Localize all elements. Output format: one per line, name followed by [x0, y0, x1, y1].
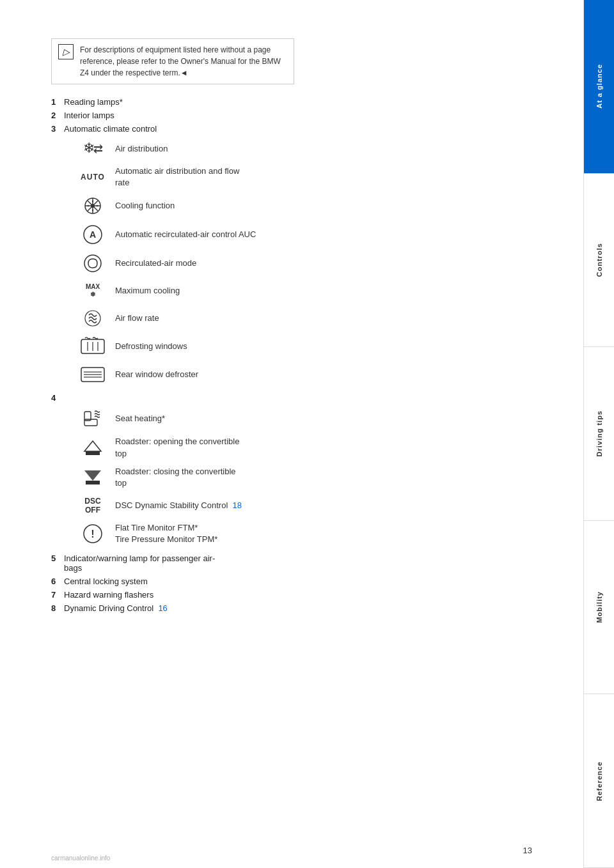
svg-point-9: [92, 210, 93, 211]
label-airflow: Air flow rate: [115, 313, 159, 324]
icon-row-cooling: Cooling function: [70, 195, 545, 217]
svg-point-14: [84, 255, 101, 272]
icon-airflow: [70, 307, 115, 329]
sidebar-label-reference: Reference: [595, 761, 603, 801]
icon-recirculated: [70, 252, 115, 274]
label-seat-heating: Seat heating*: [115, 413, 165, 424]
icon-max-cooling: MAX❄: [70, 283, 115, 298]
item-label-8: Dynamic Driving Control 16: [64, 603, 168, 613]
sidebar-label-driving-tips: Driving tips: [595, 410, 603, 457]
list-item-8: 8 Dynamic Driving Control 16: [51, 603, 545, 613]
notice-icon: ▷: [58, 44, 74, 59]
svg-point-11: [97, 205, 98, 206]
icon-row-max-cooling: MAX❄ Maximum cooling: [70, 281, 545, 301]
item-label-7: Hazard warning flashers: [64, 590, 154, 600]
list-item-5: 5 Indicator/warning lamp for passenger a…: [51, 554, 545, 573]
svg-point-10: [88, 205, 89, 206]
list-item-3: 3 Automatic climate control: [51, 124, 545, 134]
item-label-5: Indicator/warning lamp for passenger air…: [64, 554, 215, 573]
icon-row-auto: AUTO Automatic air distribution and flow…: [70, 166, 545, 189]
icon-air-distribution: ❄ ⇄: [70, 139, 115, 159]
icon-row-defrost-rear: Rear window defroster: [70, 364, 545, 385]
list-item-4: 4: [51, 393, 545, 403]
icon-row-dsc: DSCOFF DSC Dynamic Stability Control 18: [70, 495, 545, 516]
icon-row-ftm: ! Flat Tire Monitor FTM*Tire Pressure Mo…: [70, 522, 545, 545]
icon-row-auc: A Automatic recirculated-air control AUC: [70, 223, 545, 246]
label-auto: Automatic air distribution and flowrate: [115, 166, 239, 189]
label-close-top: Roadster: closing the convertibletop: [115, 466, 236, 489]
label-defrost-front: Defrosting windows: [115, 341, 187, 352]
svg-text:A: A: [90, 229, 96, 240]
icon-ftm: !: [70, 522, 115, 545]
climate-icon-list: ❄ ⇄ Air distribution AUTO Automatic air …: [70, 139, 545, 385]
icon-auto: AUTO: [70, 173, 115, 182]
icon-defrost-rear: [70, 364, 115, 385]
sidebar-section-driving-tips[interactable]: Driving tips: [584, 347, 614, 521]
label-ftm: Flat Tire Monitor FTM*Tire Pressure Moni…: [115, 522, 217, 545]
label-cooling: Cooling function: [115, 200, 175, 212]
sidebar-label-at-a-glance: At a glance: [595, 64, 603, 109]
main-content: ▷ For descriptions of equipment listed h…: [0, 0, 583, 868]
label-dsc: DSC Dynamic Stability Control 18: [115, 500, 242, 511]
sidebar: At a glance Controls Driving tips Mobili…: [583, 0, 614, 868]
icon-auc: A: [70, 223, 115, 246]
list-item-1: 1 Reading lamps*: [51, 97, 545, 107]
sidebar-section-controls[interactable]: Controls: [584, 174, 614, 348]
svg-text:!: !: [91, 529, 94, 539]
svg-text:⇄: ⇄: [93, 143, 103, 155]
page-number: 13: [523, 846, 532, 855]
icon-row-recirculated: Recirculated-air mode: [70, 252, 545, 274]
icon-seat-heating: [70, 408, 115, 430]
icon-cooling: [70, 195, 115, 217]
icon-row-close-top: Roadster: closing the convertibletop: [70, 466, 545, 489]
icon-row-air-distribution: ❄ ⇄ Air distribution: [70, 139, 545, 159]
ddc-page-link[interactable]: 16: [158, 603, 167, 613]
icon-row-open-top: Roadster: opening the convertibletop: [70, 436, 545, 459]
svg-rect-29: [86, 481, 100, 484]
icon-row-seat-heating: Seat heating*: [70, 408, 545, 430]
list-item-7: 7 Hazard warning flashers: [51, 590, 545, 600]
watermark-text: carmanualonline.info: [51, 855, 110, 862]
item-number-8: 8: [51, 603, 64, 613]
item-number-6: 6: [51, 577, 64, 586]
item-number-5: 5: [51, 554, 64, 563]
label-air-distribution: Air distribution: [115, 143, 168, 155]
label-defrost-rear: Rear window defroster: [115, 369, 198, 380]
dsc-page-link[interactable]: 18: [233, 500, 242, 510]
icon-row-defrost-front: Defrosting windows: [70, 336, 545, 357]
notice-text: For descriptions of equipment listed her…: [80, 44, 287, 79]
item-number-2: 2: [51, 111, 64, 120]
sidebar-label-mobility: Mobility: [595, 591, 603, 623]
item-label-1: Reading lamps*: [64, 97, 123, 107]
svg-marker-28: [84, 470, 101, 481]
icon-dsc: DSCOFF: [70, 497, 115, 515]
item4-icon-list: Seat heating* Roadster: opening the conv…: [70, 408, 545, 545]
label-open-top: Roadster: opening the convertibletop: [115, 436, 239, 459]
label-max-cooling: Maximum cooling: [115, 285, 180, 297]
svg-point-8: [92, 201, 93, 202]
label-auc: Automatic recirculated-air control AUC: [115, 229, 256, 240]
svg-marker-26: [84, 441, 101, 451]
item-label-6: Central locking system: [64, 577, 148, 586]
icon-defrost-front: [70, 336, 115, 357]
item-number-3: 3: [51, 124, 64, 134]
sidebar-label-controls: Controls: [595, 243, 603, 277]
icon-close-top: [70, 468, 115, 487]
icon-row-airflow: Air flow rate: [70, 307, 545, 329]
notice-box: ▷ For descriptions of equipment listed h…: [51, 38, 294, 84]
sidebar-section-at-a-glance[interactable]: At a glance: [584, 0, 614, 174]
svg-point-7: [91, 204, 95, 208]
item-number-1: 1: [51, 97, 64, 107]
label-recirculated: Recirculated-air mode: [115, 258, 196, 269]
item-number-7: 7: [51, 590, 64, 600]
icon-open-top: [70, 438, 115, 458]
sidebar-section-mobility[interactable]: Mobility: [584, 521, 614, 695]
list-item-2: 2 Interior lamps: [51, 111, 545, 120]
item-label-2: Interior lamps: [64, 111, 114, 120]
list-item-6: 6 Central locking system: [51, 577, 545, 586]
item-label-3: Automatic climate control: [64, 124, 157, 134]
sidebar-section-reference[interactable]: Reference: [584, 694, 614, 868]
item-number-4: 4: [51, 393, 64, 403]
svg-rect-27: [86, 451, 100, 455]
